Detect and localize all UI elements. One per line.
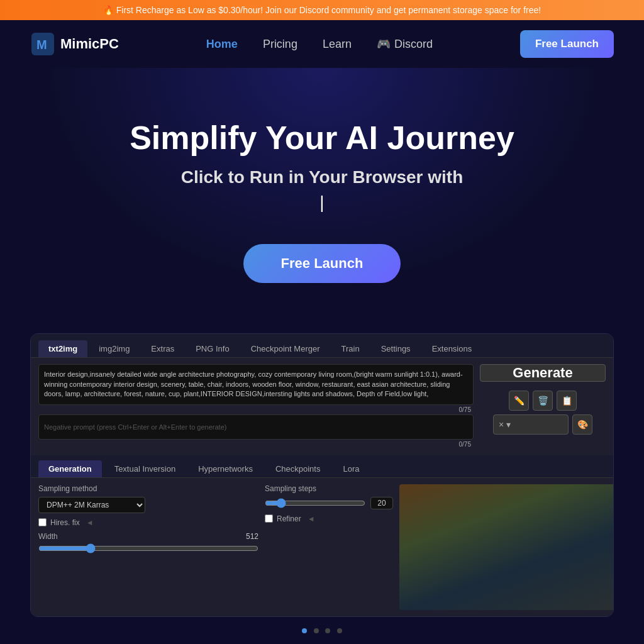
bottom-tabs: Generation Textual Inversion Hypernetwor… xyxy=(31,455,613,478)
app-top-tabs: txt2img img2img Extras PNG Info Checkpoi… xyxy=(31,334,613,358)
settings-area: Sampling method DPM++ 2M Karras Hires. f… xyxy=(31,478,613,616)
middle-settings: Sampling steps 20 Refiner ◄ xyxy=(265,484,393,610)
nav-free-launch-button[interactable]: Free Launch xyxy=(520,30,614,58)
refiner-label: Refiner xyxy=(277,514,301,523)
sampling-method-label: Sampling method xyxy=(38,484,258,493)
nav-home[interactable]: Home xyxy=(206,38,238,50)
tab-txt2img[interactable]: txt2img xyxy=(38,340,87,357)
tab-png-info[interactable]: PNG Info xyxy=(186,340,239,357)
hero-free-launch-button[interactable]: Free Launch xyxy=(243,244,401,283)
discord-icon: 🎮 xyxy=(377,37,391,51)
hero-heading: Simplify Your AI Journey xyxy=(30,118,614,157)
trash-icon-btn[interactable]: 🗑️ xyxy=(533,391,553,411)
dot-2[interactable] xyxy=(314,628,319,633)
tab-checkpoint-merger[interactable]: Checkpoint Merger xyxy=(241,340,330,357)
sampling-method-select[interactable]: DPM++ 2M Karras xyxy=(38,497,145,513)
sampling-steps-value: 20 xyxy=(370,497,393,509)
logo-text: MimicPC xyxy=(60,36,119,52)
prompt-left: Interior design,insanely detailed wide a… xyxy=(38,364,474,448)
width-slider[interactable] xyxy=(38,543,258,553)
dot-1[interactable] xyxy=(302,628,307,633)
pagination-dots xyxy=(0,617,644,643)
image-preview xyxy=(399,484,614,610)
prompt-header: Interior design,insanely detailed wide a… xyxy=(38,364,474,414)
nav-discord[interactable]: 🎮 Discord xyxy=(377,37,433,51)
hero-cursor: | xyxy=(30,192,614,213)
hero-section: Simplify Your AI Journey Click to Run in… xyxy=(0,68,644,321)
tab-img2img[interactable]: img2img xyxy=(89,340,140,357)
tab-extensions[interactable]: Extensions xyxy=(422,340,482,357)
sampling-steps-slider-row: 20 xyxy=(265,497,393,509)
refiner-row: Refiner ◄ xyxy=(265,514,393,523)
refiner-arrow: ◄ xyxy=(308,514,315,523)
hires-arrow: ◄ xyxy=(86,518,94,527)
generated-image xyxy=(399,484,614,610)
style-selector[interactable]: × ▾ xyxy=(493,414,569,435)
width-label: Width xyxy=(38,532,58,541)
hires-fix-label: Hires. fix xyxy=(50,518,80,527)
neg-prompt-counter: 0/75 xyxy=(38,440,474,449)
app-screenshot: txt2img img2img Extras PNG Info Checkpoi… xyxy=(30,333,614,616)
pencil-icon-btn[interactable]: ✏️ xyxy=(509,391,529,411)
left-settings: Sampling method DPM++ 2M Karras Hires. f… xyxy=(38,484,258,610)
top-banner: 🔥 First Recharge as Low as $0.30/hour! J… xyxy=(0,0,644,20)
refiner-checkbox[interactable]: Refiner ◄ xyxy=(265,514,393,523)
tab-checkpoints[interactable]: Checkpoints xyxy=(265,460,331,477)
width-row: Width 512 xyxy=(38,532,258,556)
logo[interactable]: M MimicPC xyxy=(30,31,119,57)
copy-icon-btn[interactable]: 📋 xyxy=(557,391,577,411)
banner-text: 🔥 First Recharge as Low as $0.30/hour! J… xyxy=(103,5,541,15)
side-icons: ✏️ 🗑️ 📋 × ▾ 🎨 xyxy=(480,391,606,435)
hires-fix-checkbox[interactable]: Hires. fix ◄ xyxy=(38,518,258,527)
hero-subheading: Click to Run in Your Browser with xyxy=(30,167,614,187)
app-mockup: txt2img img2img Extras PNG Info Checkpoi… xyxy=(31,334,613,616)
logo-icon: M xyxy=(30,31,55,57)
dot-4[interactable] xyxy=(337,628,342,633)
sampling-steps-label: Sampling steps xyxy=(265,484,393,493)
tab-settings[interactable]: Settings xyxy=(371,340,421,357)
sampling-method-group: Sampling method DPM++ 2M Karras xyxy=(38,484,258,513)
dot-3[interactable] xyxy=(325,628,330,633)
width-value: 512 xyxy=(246,532,258,541)
hires-row: Hires. fix ◄ xyxy=(38,518,258,527)
svg-text:M: M xyxy=(36,38,47,52)
sampling-steps-slider[interactable] xyxy=(265,498,365,508)
nav-links: Home Pricing Learn 🎮 Discord xyxy=(206,37,433,51)
positive-prompt[interactable]: Interior design,insanely detailed wide a… xyxy=(38,364,474,404)
prompt-counter: 0/75 xyxy=(38,405,474,414)
tab-extras[interactable]: Extras xyxy=(141,340,184,357)
nav-pricing[interactable]: Pricing xyxy=(263,38,297,50)
tab-lora[interactable]: Lora xyxy=(333,460,369,477)
tab-hypernetworks[interactable]: Hypernetworks xyxy=(188,460,263,477)
prompt-area: Interior design,insanely detailed wide a… xyxy=(31,358,613,455)
right-panel: Generate ✏️ 🗑️ 📋 × ▾ 🎨 xyxy=(480,364,606,448)
tab-textual-inversion[interactable]: Textual Inversion xyxy=(104,460,186,477)
negative-prompt[interactable]: Negative prompt (press Ctrl+Enter or Alt… xyxy=(38,414,474,440)
navbar: M MimicPC Home Pricing Learn 🎮 Discord F… xyxy=(0,20,644,68)
style-apply-btn[interactable]: 🎨 xyxy=(572,414,592,435)
generate-button[interactable]: Generate xyxy=(480,364,606,382)
sampling-steps-group: Sampling steps 20 xyxy=(265,484,393,509)
nav-learn[interactable]: Learn xyxy=(323,38,352,50)
tab-generation[interactable]: Generation xyxy=(38,460,102,477)
tab-train[interactable]: Train xyxy=(331,340,370,357)
prompt-wrapper: Interior design,insanely detailed wide a… xyxy=(38,364,474,414)
